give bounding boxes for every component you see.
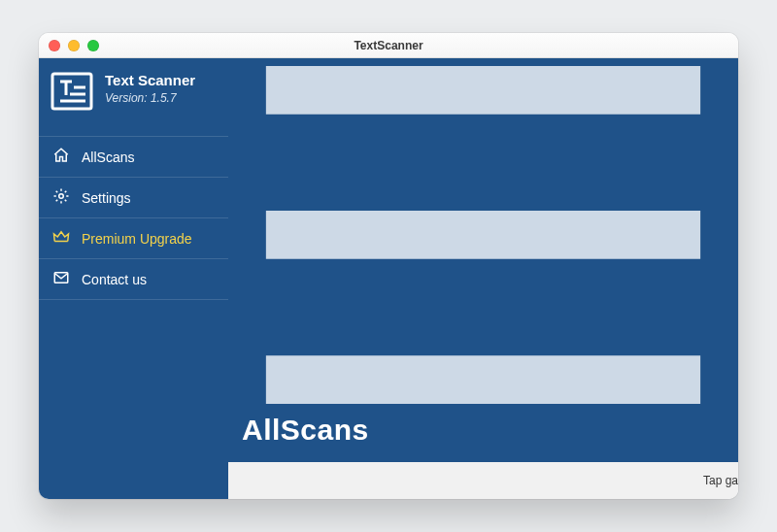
sidebar-item-label: Settings — [82, 190, 131, 206]
svg-point-6 — [59, 194, 64, 199]
sidebar: Text Scanner Version: 1.5.7 AllScans — [39, 58, 228, 499]
home-icon — [52, 147, 70, 167]
menu-icon[interactable] — [242, 390, 725, 407]
zoom-icon[interactable] — [87, 40, 99, 51]
sidebar-item-label: AllScans — [82, 150, 134, 165]
sidebar-item-contact[interactable]: Contact us — [39, 258, 228, 300]
tap-hint-text: Tap ga — [703, 474, 738, 487]
titlebar: TextScanner — [39, 33, 738, 58]
window-controls — [49, 40, 99, 51]
content-area: Tap ga — [228, 462, 738, 499]
close-icon[interactable] — [49, 40, 60, 51]
main-panel: AllScans Tap ga — [228, 58, 738, 499]
sidebar-nav: AllScans Settings — [39, 136, 228, 300]
app-name: Text Scanner — [105, 72, 195, 89]
mail-icon — [52, 269, 70, 289]
page-title: AllScans — [242, 414, 725, 447]
gear-icon — [52, 187, 70, 208]
brand-block: Text Scanner Version: 1.5.7 — [39, 58, 228, 118]
minimize-icon[interactable] — [68, 40, 80, 51]
topbar: AllScans — [228, 58, 738, 462]
window-title: TextScanner — [354, 39, 422, 52]
app-window: TextScanner Text Scanner Version: — [39, 33, 738, 499]
app-body: Text Scanner Version: 1.5.7 AllScans — [39, 58, 738, 499]
app-logo-icon — [51, 72, 93, 111]
app-version: Version: 1.5.7 — [105, 91, 195, 105]
brand-text: Text Scanner Version: 1.5.7 — [105, 72, 195, 105]
crown-icon — [52, 228, 70, 249]
sidebar-item-label: Contact us — [82, 272, 147, 287]
sidebar-item-premium[interactable]: Premium Upgrade — [39, 217, 228, 258]
sidebar-item-settings[interactable]: Settings — [39, 177, 228, 217]
svg-rect-0 — [52, 74, 91, 109]
sidebar-item-label: Premium Upgrade — [82, 231, 192, 247]
sidebar-item-allscans[interactable]: AllScans — [39, 136, 228, 177]
